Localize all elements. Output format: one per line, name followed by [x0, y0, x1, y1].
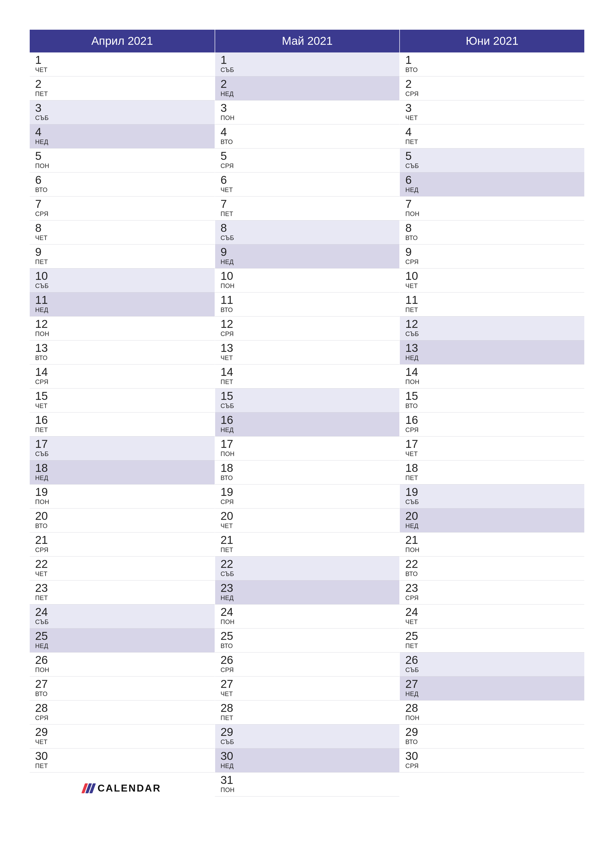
day-row: 6НЕД — [399, 172, 584, 197]
day-number: 21 — [221, 534, 399, 546]
day-number: 15 — [405, 390, 584, 402]
day-name: СЪБ — [35, 450, 215, 457]
day-name: ВТО — [405, 66, 584, 73]
day-row: 3ЧЕТ — [399, 101, 584, 124]
day-name: НЕД — [221, 594, 399, 601]
day-row: 15ЧЕТ — [30, 389, 215, 412]
day-row: 10ЧЕТ — [399, 268, 584, 293]
day-row: 29СЪБ — [215, 724, 399, 749]
day-number: 6 — [405, 174, 584, 186]
day-row: 10ПОН — [215, 268, 399, 293]
day-number: 24 — [35, 606, 215, 618]
day-number: 17 — [405, 438, 584, 450]
day-name: ПОН — [35, 330, 215, 338]
day-name: НЕД — [405, 690, 584, 698]
day-name: ЧЕТ — [405, 450, 584, 457]
day-row: 19СЪБ — [399, 485, 584, 508]
month-header: Юни 2021 — [399, 30, 584, 53]
day-name: СЪБ — [221, 66, 399, 73]
day-row: 22СЪБ — [215, 556, 399, 580]
day-row: 18НЕД — [30, 460, 215, 485]
day-row: 20ЧЕТ — [215, 508, 399, 532]
day-row: 6ЧЕТ — [215, 172, 399, 197]
day-number: 24 — [221, 606, 399, 618]
day-row: 11ВТО — [215, 293, 399, 316]
day-number: 25 — [35, 630, 215, 642]
day-number: 25 — [405, 630, 584, 642]
day-name: НЕД — [221, 763, 399, 770]
day-number: 26 — [35, 654, 215, 666]
day-name: ВТО — [405, 570, 584, 578]
day-name: СРЯ — [35, 378, 215, 386]
day-name: ПЕТ — [35, 594, 215, 601]
day-row: 12ПОН — [30, 316, 215, 341]
day-name: ПЕТ — [405, 474, 584, 482]
day-name: ПОН — [35, 666, 215, 674]
day-number: 9 — [405, 246, 584, 258]
day-name: ВТО — [405, 234, 584, 242]
day-name: ВТО — [35, 354, 215, 361]
day-name: ЧЕТ — [405, 618, 584, 626]
day-number: 8 — [221, 222, 399, 234]
day-number: 4 — [405, 126, 584, 138]
day-row: 26ПОН — [30, 653, 215, 676]
day-name: ПЕТ — [405, 138, 584, 146]
day-number: 20 — [35, 510, 215, 522]
day-row: 6ВТО — [30, 172, 215, 197]
day-number: 3 — [405, 102, 584, 114]
day-name: СРЯ — [405, 258, 584, 265]
day-row: 9НЕД — [215, 245, 399, 268]
day-row: 9ПЕТ — [30, 245, 215, 268]
day-number: 28 — [35, 702, 215, 714]
day-name: СЪБ — [221, 570, 399, 578]
day-row: 7ПЕТ — [215, 197, 399, 220]
day-number: 13 — [221, 342, 399, 354]
day-number: 11 — [35, 294, 215, 306]
day-name: СРЯ — [405, 426, 584, 434]
day-row: 31ПОН — [215, 772, 399, 797]
day-name: СРЯ — [405, 763, 584, 770]
day-name: ВТО — [35, 690, 215, 698]
month-header: Април 2021 — [30, 30, 215, 53]
day-row: 16ПЕТ — [30, 412, 215, 437]
month-column: Юни 20211ВТО2СРЯ3ЧЕТ4ПЕТ5СЪБ6НЕД7ПОН8ВТО… — [399, 30, 584, 797]
day-number: 23 — [221, 582, 399, 594]
day-number: 29 — [221, 726, 399, 738]
day-row: 27ВТО — [30, 676, 215, 701]
day-name: ВТО — [221, 474, 399, 482]
day-name: СЪБ — [35, 282, 215, 290]
day-name: СЪБ — [35, 618, 215, 626]
day-row: 29ВТО — [399, 724, 584, 749]
day-row: 23ПЕТ — [30, 580, 215, 604]
day-number: 25 — [221, 630, 399, 642]
day-row: 4ПЕТ — [399, 124, 584, 149]
month-column: Април 20211ЧЕТ2ПЕТ3СЪБ4НЕД5ПОН6ВТО7СРЯ8Ч… — [30, 30, 215, 797]
day-row: 11ПЕТ — [399, 293, 584, 316]
day-number: 15 — [35, 390, 215, 402]
day-name: НЕД — [35, 138, 215, 146]
day-name: ЧЕТ — [405, 282, 584, 290]
day-row: 11НЕД — [30, 293, 215, 316]
day-row: 1ВТО — [399, 53, 584, 76]
day-row: 14ПОН — [399, 364, 584, 389]
day-row: 2ПЕТ — [30, 76, 215, 101]
day-name: НЕД — [221, 90, 399, 98]
day-number: 18 — [221, 462, 399, 474]
day-row: 5СЪБ — [399, 149, 584, 172]
day-name: СРЯ — [221, 498, 399, 505]
day-name: НЕД — [221, 426, 399, 434]
day-row: 12СЪБ — [399, 316, 584, 341]
day-number: 29 — [405, 726, 584, 738]
day-number: 22 — [35, 558, 215, 570]
day-name: ПОН — [405, 210, 584, 217]
day-name: ПЕТ — [221, 210, 399, 217]
day-name: СРЯ — [221, 666, 399, 674]
day-number: 22 — [405, 558, 584, 570]
day-number: 31 — [221, 774, 399, 786]
day-name: ВТО — [405, 402, 584, 409]
day-number: 23 — [405, 582, 584, 594]
day-name: ВТО — [405, 738, 584, 746]
day-number: 17 — [35, 438, 215, 450]
day-number: 5 — [221, 150, 399, 162]
day-name: ЧЕТ — [405, 114, 584, 121]
